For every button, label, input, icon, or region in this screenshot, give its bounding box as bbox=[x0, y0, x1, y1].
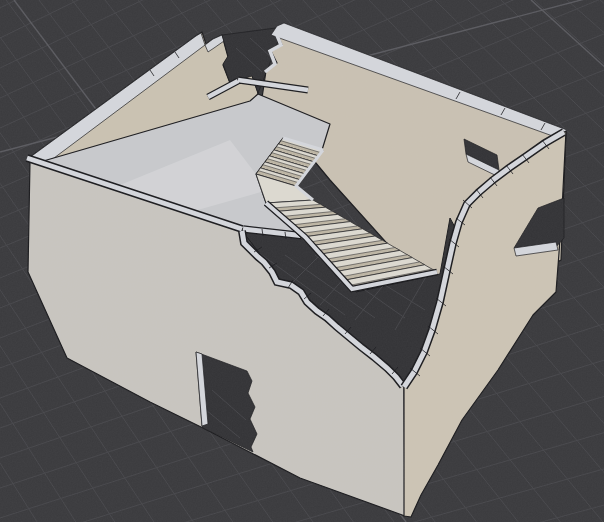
viewport-canvas[interactable] bbox=[0, 0, 604, 522]
render-grain bbox=[0, 0, 604, 522]
viewport[interactable] bbox=[0, 0, 604, 522]
